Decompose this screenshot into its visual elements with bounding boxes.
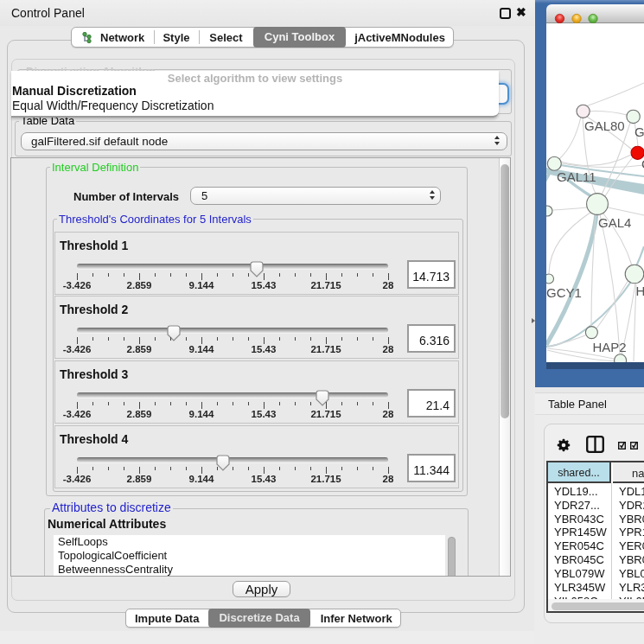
- svg-text:HAP2: HAP2: [593, 340, 627, 354]
- svg-text:GAL11: GAL11: [557, 169, 596, 184]
- svg-text:GAL4: GAL4: [598, 215, 631, 230]
- svg-text:H: H: [636, 284, 644, 298]
- svg-text:GAL80: GAL80: [584, 118, 625, 133]
- svg-text:GCY1: GCY1: [546, 285, 582, 300]
- svg-text:GA: GA: [634, 124, 644, 139]
